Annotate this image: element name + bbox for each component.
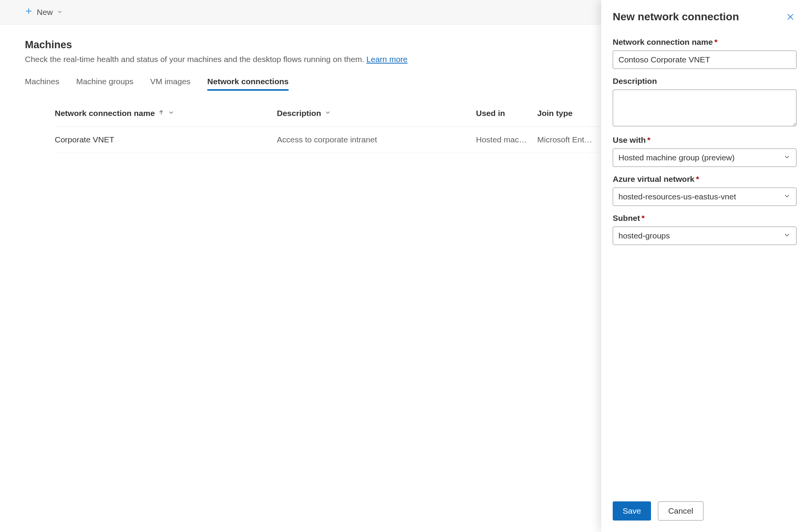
chevron-down-icon bbox=[324, 109, 331, 118]
tab-machines[interactable]: Machines bbox=[25, 75, 59, 91]
panel-title: New network connection bbox=[613, 11, 739, 23]
label-use-with-text: Use with bbox=[613, 135, 646, 144]
column-header-used-in-label: Used in bbox=[476, 109, 505, 118]
chevron-down-icon bbox=[783, 192, 791, 202]
save-button[interactable]: Save bbox=[613, 501, 651, 521]
select-use-with-value: Hosted machine group (preview) bbox=[618, 153, 734, 162]
field-azure-vnet: Azure virtual network* hosted-resources-… bbox=[613, 175, 797, 206]
field-description: Description bbox=[613, 77, 797, 128]
cell-description: Access to corporate intranet bbox=[277, 135, 476, 144]
new-button-label: New bbox=[37, 8, 53, 17]
sort-ascending-icon bbox=[158, 109, 165, 118]
learn-more-link[interactable]: Learn more bbox=[366, 55, 407, 64]
panel-footer: Save Cancel bbox=[601, 493, 808, 532]
input-connection-name[interactable] bbox=[613, 51, 797, 69]
column-header-description-label: Description bbox=[277, 109, 321, 118]
column-header-name[interactable]: Network connection name bbox=[55, 109, 277, 118]
column-header-name-label: Network connection name bbox=[55, 109, 155, 118]
panel-header: New network connection bbox=[601, 0, 808, 26]
label-azure-vnet: Azure virtual network* bbox=[613, 175, 797, 184]
cell-used-in: Hosted mach… bbox=[476, 135, 537, 144]
chevron-down-icon bbox=[168, 109, 175, 118]
cancel-button[interactable]: Cancel bbox=[658, 501, 703, 521]
required-asterisk: * bbox=[696, 175, 699, 183]
label-subnet: Subnet* bbox=[613, 214, 797, 223]
label-use-with: Use with* bbox=[613, 135, 797, 145]
column-header-join-type-label: Join type bbox=[537, 109, 572, 118]
label-subnet-text: Subnet bbox=[613, 214, 640, 222]
required-asterisk: * bbox=[647, 135, 650, 144]
label-azure-vnet-text: Azure virtual network bbox=[613, 175, 695, 183]
label-description: Description bbox=[613, 77, 797, 86]
tab-network-connections[interactable]: Network connections bbox=[207, 75, 288, 91]
required-asterisk: * bbox=[641, 214, 644, 222]
input-description[interactable] bbox=[613, 90, 797, 126]
chevron-down-icon bbox=[783, 153, 791, 163]
chevron-down-icon bbox=[783, 231, 791, 241]
page-description-text: Check the real-time health and status of… bbox=[25, 55, 366, 64]
label-connection-name-text: Network connection name bbox=[613, 38, 713, 46]
required-asterisk: * bbox=[714, 38, 717, 46]
field-connection-name: Network connection name* bbox=[613, 38, 797, 69]
select-azure-vnet-value: hosted-resources-us-eastus-vnet bbox=[618, 192, 736, 201]
tab-vm-images[interactable]: VM images bbox=[150, 75, 190, 91]
column-header-used-in[interactable]: Used in bbox=[476, 109, 537, 118]
field-use-with: Use with* Hosted machine group (preview) bbox=[613, 135, 797, 167]
plus-icon bbox=[25, 7, 33, 17]
panel-body: Network connection name* Description Use… bbox=[601, 26, 808, 493]
select-azure-vnet[interactable]: hosted-resources-us-eastus-vnet bbox=[613, 188, 797, 206]
field-subnet: Subnet* hosted-groups bbox=[613, 214, 797, 245]
select-subnet-value: hosted-groups bbox=[618, 231, 670, 240]
column-header-description[interactable]: Description bbox=[277, 109, 476, 118]
label-connection-name: Network connection name* bbox=[613, 38, 797, 47]
chevron-down-icon bbox=[57, 8, 63, 17]
select-use-with[interactable]: Hosted machine group (preview) bbox=[613, 149, 797, 167]
select-subnet[interactable]: hosted-groups bbox=[613, 227, 797, 245]
tab-machine-groups[interactable]: Machine groups bbox=[76, 75, 133, 91]
new-button[interactable]: New bbox=[22, 5, 65, 19]
side-panel: New network connection Network connectio… bbox=[601, 0, 808, 532]
close-icon bbox=[786, 16, 795, 23]
close-button[interactable] bbox=[784, 11, 797, 24]
cell-name: Corporate VNET bbox=[55, 135, 277, 144]
